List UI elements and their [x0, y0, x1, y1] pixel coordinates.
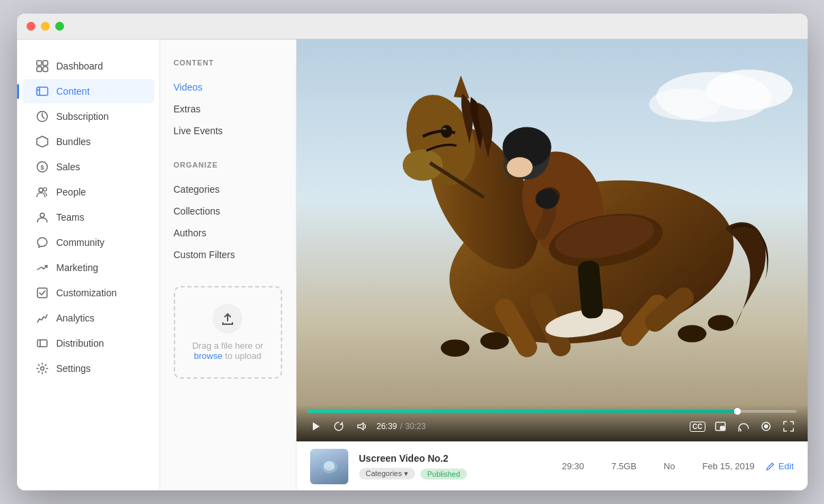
video-player[interactable]: 26:39 / 30:23 CC — [296, 40, 808, 441]
sidebar-item-community[interactable]: Community — [22, 230, 154, 255]
progress-bar[interactable] — [307, 410, 797, 413]
badge-categories[interactable]: Categories ▾ — [359, 468, 415, 479]
thumb-inner — [310, 449, 348, 484]
controls-row: 26:39 / 30:23 CC — [307, 418, 797, 435]
svg-point-18 — [649, 89, 720, 120]
video-thumbnail — [310, 449, 348, 484]
content-section-title: CONTENT — [174, 59, 282, 67]
svg-rect-2 — [37, 67, 42, 72]
upload-icon — [213, 304, 243, 334]
volume-button[interactable] — [354, 418, 370, 435]
sec-item-categories[interactable]: Categories — [174, 178, 282, 200]
sidebar-label-teams: Teams — [57, 212, 85, 223]
meta-duration: 29:30 — [562, 461, 584, 471]
meta-size: 7.5GB — [611, 461, 637, 471]
sidebar-item-settings[interactable]: Settings — [22, 356, 154, 381]
svg-rect-1 — [43, 61, 48, 65]
controls-right: CC — [690, 418, 796, 435]
secondary-sidebar: CONTENT Videos Extras Live Events ORGANI… — [160, 40, 296, 490]
replay-button[interactable] — [331, 418, 347, 435]
video-title: Uscreen Video No.2 — [359, 453, 551, 464]
sec-item-videos[interactable]: Videos — [174, 76, 282, 98]
sidebar-item-teams[interactable]: Teams — [22, 205, 154, 230]
sidebar-item-content[interactable]: Content — [22, 79, 154, 104]
svg-rect-13 — [37, 340, 47, 347]
customization-icon — [36, 287, 48, 299]
sec-item-collections[interactable]: Collections — [174, 200, 282, 222]
play-button[interactable] — [307, 418, 324, 435]
sidebar-label-community: Community — [57, 237, 105, 248]
subscription-icon — [36, 110, 48, 123]
svg-marker-45 — [358, 423, 363, 430]
svg-rect-12 — [37, 288, 47, 298]
sidebar-label-settings: Settings — [57, 363, 91, 374]
progress-fill — [307, 410, 738, 413]
marketing-icon — [36, 262, 48, 274]
app-body: Dashboard Content — [17, 40, 808, 490]
content-icon — [36, 85, 48, 97]
cast-button[interactable] — [735, 418, 752, 435]
svg-rect-47 — [720, 426, 724, 430]
time-separator: / — [400, 422, 405, 431]
people-icon — [36, 186, 48, 198]
svg-point-22 — [402, 149, 442, 180]
cc-button[interactable]: CC — [690, 422, 705, 432]
settings-icon — [36, 362, 48, 375]
sidebar-item-bundles[interactable]: Bundles — [22, 129, 154, 154]
bundles-icon — [36, 136, 48, 148]
meta-date: Feb 15, 2019 — [702, 461, 754, 471]
teams-icon — [36, 211, 48, 223]
svg-rect-3 — [43, 67, 48, 72]
sidebar-item-distribution[interactable]: Distribution — [22, 331, 154, 356]
close-button[interactable] — [27, 22, 35, 31]
svg-point-33 — [707, 315, 733, 331]
pip-button[interactable] — [712, 418, 729, 435]
svg-point-39 — [535, 189, 558, 209]
svg-point-37 — [506, 157, 532, 177]
app-window: Dashboard Content — [17, 14, 808, 490]
svg-point-9 — [39, 188, 43, 192]
sidebar-item-analytics[interactable]: Analytics — [22, 306, 154, 330]
record-button[interactable] — [759, 419, 774, 434]
sidebar-label-customization: Customization — [57, 287, 117, 298]
fullscreen-button[interactable] — [780, 418, 797, 435]
video-meta: 29:30 7.5GB No Feb 15, 2019 — [562, 461, 754, 471]
sidebar-label-distribution: Distribution — [57, 338, 104, 349]
organize-section-title: ORGANIZE — [174, 161, 282, 169]
video-info: Uscreen Video No.2 Categories ▾ Publishe… — [359, 453, 551, 479]
svg-point-32 — [677, 325, 706, 342]
time-current: 26:39 — [377, 422, 397, 431]
video-controls: 26:39 / 30:23 CC — [296, 405, 808, 441]
upload-area[interactable]: Drag a file here or browse to upload — [174, 286, 282, 379]
sidebar-item-dashboard[interactable]: Dashboard — [22, 54, 154, 78]
sidebar-item-subscription[interactable]: Subscription — [22, 104, 154, 129]
svg-text:$: $ — [40, 164, 44, 171]
main-content: 26:39 / 30:23 CC — [296, 40, 808, 490]
content-section: CONTENT Videos Extras Live Events — [174, 59, 282, 142]
sidebar-item-marketing[interactable]: Marketing — [22, 255, 154, 280]
horse-scene — [296, 40, 808, 441]
maximize-button[interactable] — [55, 22, 64, 31]
sidebar-item-customization[interactable]: Customization — [22, 281, 154, 305]
dashboard-icon — [36, 60, 48, 72]
sidebar-item-people[interactable]: People — [22, 180, 154, 204]
sec-item-authors[interactable]: Authors — [174, 222, 282, 244]
drag-text: Drag a file here or — [192, 341, 263, 351]
sidebar-item-sales[interactable]: $ Sales — [22, 155, 154, 179]
minimize-button[interactable] — [41, 22, 50, 31]
sec-item-custom-filters[interactable]: Custom Filters — [174, 244, 282, 266]
titlebar — [17, 14, 808, 40]
svg-marker-6 — [37, 136, 48, 147]
left-sidebar: Dashboard Content — [17, 40, 160, 490]
time-total: 30:23 — [406, 422, 426, 431]
browse-link[interactable]: browse — [194, 351, 222, 361]
sec-item-live-events[interactable]: Live Events — [174, 120, 282, 142]
edit-button[interactable]: Edit — [765, 461, 793, 471]
sec-item-extras[interactable]: Extras — [174, 98, 282, 120]
sidebar-label-sales: Sales — [57, 161, 80, 172]
svg-marker-44 — [313, 422, 320, 430]
svg-point-30 — [440, 339, 469, 356]
analytics-icon — [36, 312, 48, 324]
svg-point-49 — [764, 424, 768, 428]
svg-rect-0 — [37, 61, 42, 65]
